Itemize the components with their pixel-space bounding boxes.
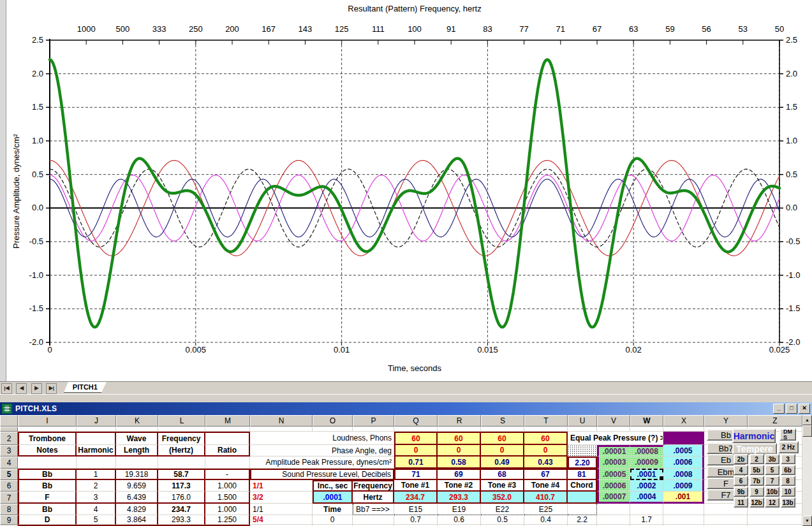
cell-Q1[interactable] (394, 427, 438, 432)
cell-N7[interactable]: 3/2 (250, 492, 313, 504)
row-header-8[interactable]: 8 (0, 504, 18, 515)
cell-X9[interactable] (663, 515, 704, 525)
hz-2-button[interactable]: 2 Hz (778, 441, 799, 453)
cell-R3[interactable]: 0 (438, 445, 481, 457)
minimize-button[interactable]: _ (773, 404, 785, 414)
cell-W4[interactable]: .00009 (630, 457, 663, 469)
cell-I3[interactable]: Notes (18, 445, 77, 457)
keypad-button-6b[interactable]: 6b (781, 465, 795, 475)
cell-U4[interactable]: 2.20 (568, 457, 597, 469)
cell-V1[interactable] (597, 427, 630, 432)
cell-Q2[interactable]: 60 (394, 432, 438, 445)
cell-Q7[interactable]: 234.7 (394, 492, 438, 504)
cell-Q6[interactable]: Tone #1 (394, 480, 438, 492)
cell-R6[interactable]: Tone #2 (438, 480, 481, 492)
cell-U8[interactable] (568, 504, 597, 515)
dm-button[interactable]: DM S (779, 428, 796, 441)
cell-T4[interactable]: 0.43 (524, 457, 568, 469)
cell-Q4[interactable]: 0.71 (394, 457, 438, 469)
cell-T5[interactable]: 67 (524, 469, 568, 480)
cell-S4[interactable]: 0.49 (481, 457, 524, 469)
cell-V8[interactable] (597, 504, 630, 515)
scroll-down-icon[interactable]: ▼ (802, 516, 812, 526)
cell-S9[interactable]: 0.5 (481, 515, 524, 525)
cell-X3[interactable]: .0005 (663, 445, 704, 457)
row-header-6[interactable]: 6 (0, 480, 18, 492)
cell-X6[interactable]: .0009 (663, 480, 704, 492)
cell-K4[interactable] (116, 457, 158, 469)
cell-P1[interactable] (353, 427, 394, 432)
keypad-button-7b[interactable]: 7b (749, 476, 764, 486)
cell-R8[interactable]: E19 (438, 504, 481, 515)
cell-P8[interactable]: Bb7 ==>> (353, 504, 394, 515)
cell-W8[interactable] (630, 504, 663, 515)
cell-R2[interactable]: 60 (438, 432, 481, 445)
column-header-L[interactable]: L (158, 415, 205, 427)
cell-I1[interactable] (18, 427, 77, 432)
cell-J9[interactable]: 5 (77, 515, 116, 525)
keypad-button-12[interactable]: 12 (765, 497, 779, 508)
cell-I6[interactable]: Bb (18, 480, 77, 492)
maximize-button[interactable]: □ (786, 404, 797, 414)
cell-X2[interactable] (663, 432, 704, 445)
cell-V4[interactable]: .00003 (597, 457, 630, 469)
cell-K9[interactable]: 3.864 (116, 515, 158, 525)
keypad-button-11[interactable]: 11 (734, 497, 748, 508)
cell-O1[interactable] (313, 427, 353, 432)
cell-V7[interactable]: .00007 (597, 492, 630, 504)
cell-K3[interactable]: Length (116, 445, 158, 457)
cell-R5[interactable]: 69 (438, 469, 481, 480)
cell-M6[interactable]: 1.000 (205, 480, 250, 492)
cell-R1[interactable] (438, 427, 481, 432)
title-bar[interactable]: PITCH.XLS _ □ ✕ (0, 402, 812, 415)
tempered-button[interactable]: Tempere (732, 443, 777, 455)
cell-K7[interactable]: 6.439 (116, 492, 158, 504)
cell-N4[interactable]: Amplitude Peak Pressure, dynes/cm² (250, 457, 394, 469)
keypad-button-13b[interactable]: 13b (781, 497, 795, 508)
column-header-X[interactable]: X (663, 415, 704, 427)
cell-N6[interactable]: 1/1 (250, 480, 313, 492)
cell-N8[interactable]: 1/1 (250, 504, 313, 515)
cell-J4[interactable] (77, 457, 116, 469)
keypad-button-2[interactable]: 2 (749, 454, 764, 464)
cell-U7[interactable] (568, 492, 597, 504)
harmonic-button[interactable]: Harmonic (732, 428, 776, 443)
keypad-button-12b[interactable]: 12b (749, 497, 764, 508)
cell-R9[interactable]: 0.6 (438, 515, 481, 525)
cell-Q9[interactable]: 0.7 (394, 515, 438, 525)
cell-M4[interactable] (205, 457, 250, 469)
cell-T6[interactable]: Tone #4 (524, 480, 568, 492)
cell-L1[interactable] (158, 427, 205, 432)
cell-P6[interactable]: Frequency (353, 480, 394, 492)
cell-K2[interactable]: Wave (116, 432, 158, 445)
row-header-3[interactable]: 3 (0, 445, 18, 457)
cell-W5[interactable]: .0001 (630, 469, 663, 480)
cell-L9[interactable]: 293.3 (158, 515, 205, 525)
column-header-R[interactable]: R (438, 415, 481, 427)
cell-O6[interactable]: Inc., sec (313, 480, 353, 492)
row-header-7[interactable]: 7 (0, 492, 18, 504)
keypad-button-2b[interactable]: 2b (734, 454, 748, 464)
cell-J5[interactable]: 1 (77, 469, 116, 480)
cell-I8[interactable]: Bb (18, 504, 77, 515)
cell-M5[interactable]: - (205, 469, 250, 480)
cell-W1[interactable] (630, 427, 663, 432)
cell-T9[interactable]: 0.4 (524, 515, 568, 525)
cell-M7[interactable]: 1.500 (205, 492, 250, 504)
cell-L7[interactable]: 176.0 (158, 492, 205, 504)
cell-W3[interactable]: .00008 (630, 445, 663, 457)
keypad-button-8[interactable]: 8 (781, 476, 795, 486)
cell-J2[interactable] (77, 432, 116, 445)
cell-M1[interactable] (205, 427, 250, 432)
cell-U5[interactable]: 81 (568, 469, 597, 480)
cell-T7[interactable]: 410.7 (524, 492, 568, 504)
cell-J6[interactable]: 2 (77, 480, 116, 492)
cell-M2[interactable] (205, 432, 250, 445)
cell-Q8[interactable]: E15 (394, 504, 438, 515)
cell-L4[interactable] (158, 457, 205, 469)
cell-X5[interactable]: .0008 (663, 469, 704, 480)
row-header-4[interactable]: 4 (0, 457, 18, 469)
cell-I9[interactable]: D (18, 515, 77, 525)
cell-X7[interactable]: .001 (663, 492, 704, 504)
cell-T8[interactable]: E25 (524, 504, 568, 515)
